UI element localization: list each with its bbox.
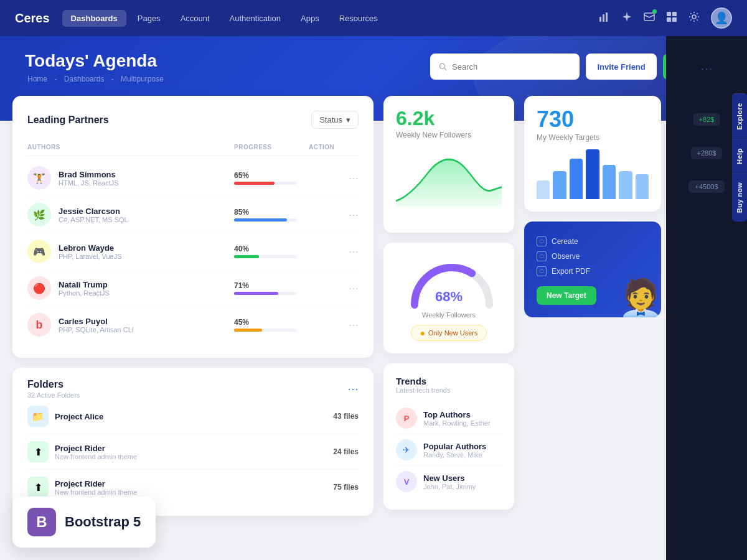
progress-area: 71% bbox=[234, 281, 309, 295]
promo-menu-item-export[interactable]: □ Export PDF bbox=[537, 264, 649, 279]
action-dots[interactable]: ⋯ bbox=[309, 172, 359, 184]
leading-partners-title: Leading Partners bbox=[27, 114, 109, 126]
side-tab-explore[interactable]: Explore bbox=[732, 93, 747, 139]
trend-name: Popular Authors bbox=[423, 442, 486, 451]
folder-row-left: ⬆ Project Rider New frontend admin theme bbox=[27, 477, 137, 498]
nav-item-resources[interactable]: Resources bbox=[331, 10, 387, 27]
nav-item-authentication[interactable]: Authentication bbox=[221, 10, 289, 27]
user-avatar[interactable]: 👤 bbox=[711, 7, 732, 29]
folder-details: Project Alice bbox=[55, 412, 103, 421]
folder-row: ⬆ Project Rider New frontend admin theme… bbox=[27, 434, 359, 470]
bar-chart-icon[interactable] bbox=[599, 11, 610, 25]
partner-info: b Carles Puyol PHP, SQLite, Artisan CLI bbox=[27, 313, 234, 337]
svg-rect-8 bbox=[672, 17, 677, 22]
target-label: My Weekly Targets bbox=[537, 133, 649, 142]
side-tab-buy-now[interactable]: Buy now bbox=[732, 173, 747, 222]
folder-name: Project Rider bbox=[55, 444, 137, 453]
progress-bar-fill bbox=[234, 255, 259, 258]
main-content: Leading Partners Status ▾ AUTHORS PROGRE… bbox=[0, 96, 747, 558]
partner-row: 🎮 Lebron Wayde PHP, Laravel, VueJS 40% ⋯ bbox=[27, 233, 359, 270]
grid-icon[interactable] bbox=[666, 11, 677, 25]
nav-item-pages[interactable]: Pages bbox=[129, 10, 169, 27]
breadcrumb-home[interactable]: Home bbox=[27, 75, 47, 83]
nav-item-apps[interactable]: Apps bbox=[292, 10, 328, 27]
bar-item bbox=[603, 165, 616, 199]
bar-item bbox=[537, 180, 550, 199]
settings-icon[interactable] bbox=[688, 11, 700, 25]
svg-rect-5 bbox=[667, 12, 671, 16]
promo-create-label: Cereate bbox=[552, 237, 578, 246]
trend-item: ✈ Popular Authors Randy, Steve, Mike bbox=[396, 434, 502, 466]
partner-row: 🏋 Brad Simmons HTML, JS, ReactJS 65% ⋯ bbox=[27, 160, 359, 197]
progress-bar-fill bbox=[234, 182, 275, 185]
promo-menu-item-create[interactable]: □ Cereate bbox=[537, 234, 649, 249]
card-header: Leading Partners Status ▾ bbox=[27, 111, 359, 129]
side-tab-help[interactable]: Help bbox=[732, 139, 747, 173]
nav-item-dashboards[interactable]: Dashboards bbox=[62, 10, 126, 27]
partner-details: Brad Simmons HTML, JS, ReactJS bbox=[59, 170, 119, 187]
partner-name: Natali Trump bbox=[59, 280, 110, 289]
action-dots[interactable]: ⋯ bbox=[309, 209, 359, 221]
bootstrap-overlay: B Bootstrap 5 bbox=[12, 497, 156, 548]
trend-sub: Mark, Rowling, Esther bbox=[423, 419, 491, 427]
promo-export-label: Export PDF bbox=[552, 267, 590, 276]
svg-point-9 bbox=[692, 15, 696, 19]
avatar: b bbox=[27, 313, 51, 337]
weekly-targets-card: 730 My Weekly Targets bbox=[524, 96, 661, 212]
folder-row-left: ⬆ Project Rider New frontend admin theme bbox=[27, 441, 137, 462]
bootstrap-icon: B bbox=[27, 508, 56, 536]
trends-card: Trends Latest tech trends P Top Authors … bbox=[383, 363, 514, 510]
col-authors: AUTHORS bbox=[27, 144, 234, 151]
action-dots[interactable]: ⋯ bbox=[309, 282, 359, 294]
partner-details: Lebron Wayde PHP, Laravel, VueJS bbox=[59, 243, 122, 260]
action-dots[interactable]: ⋯ bbox=[309, 319, 359, 331]
folder-desc: New frontend admin theme bbox=[55, 453, 137, 460]
new-target-button[interactable]: New Target bbox=[537, 286, 596, 305]
search-box bbox=[430, 54, 580, 80]
sparkle-icon[interactable] bbox=[621, 11, 632, 25]
trend-name: Top Authors bbox=[423, 410, 491, 419]
status-dropdown[interactable]: Status ▾ bbox=[311, 111, 359, 129]
svg-rect-3 bbox=[609, 16, 610, 22]
partner-details: Natali Trump Python, ReactJS bbox=[59, 280, 110, 297]
partner-name: Carles Puyol bbox=[59, 317, 134, 326]
partner-details: Carles Puyol PHP, SQLite, Artisan CLI bbox=[59, 317, 134, 334]
trend-item: P Top Authors Mark, Rowling, Esther bbox=[396, 403, 502, 434]
trend-sub: John, Pat, Jimmy bbox=[423, 483, 476, 490]
action-dots[interactable]: ⋯ bbox=[309, 246, 359, 258]
partner-row: 🔴 Natali Trump Python, ReactJS 71% ⋯ bbox=[27, 270, 359, 307]
trend-name: New Users bbox=[423, 474, 476, 483]
partner-details: Jessie Clarcson C#, ASP.NET, MS SQL bbox=[59, 207, 128, 223]
message-icon[interactable] bbox=[644, 11, 655, 25]
partner-skills: HTML, JS, ReactJS bbox=[59, 179, 119, 187]
badge-text: Only New Users bbox=[428, 329, 477, 337]
status-label: Status bbox=[319, 115, 342, 124]
breadcrumb-multipurpose: Multipurpose bbox=[121, 75, 164, 83]
target-number: 730 bbox=[537, 108, 649, 131]
promo-menu-item-observe[interactable]: □ Observe bbox=[537, 249, 649, 264]
bar-item bbox=[586, 149, 599, 199]
progress-bar-bg bbox=[234, 329, 296, 332]
progress-bar-bg bbox=[234, 292, 296, 295]
avatar: 🎮 bbox=[27, 240, 51, 263]
invite-friend-button[interactable]: Invite Friend bbox=[586, 54, 656, 80]
partner-name: Jessie Clarcson bbox=[59, 207, 128, 216]
search-input[interactable] bbox=[452, 62, 571, 72]
avatar: 🌿 bbox=[27, 203, 51, 226]
partner-skills: C#, ASP.NET, MS SQL bbox=[59, 216, 128, 223]
left-column: Leading Partners Status ▾ AUTHORS PROGRE… bbox=[12, 96, 374, 558]
folders-menu-icon[interactable]: ⋯ bbox=[347, 382, 359, 396]
folder-files: 24 files bbox=[333, 447, 359, 456]
progress-bar-bg bbox=[234, 218, 296, 222]
gauge-percentage: 68% bbox=[435, 289, 463, 305]
checkbox-icon: □ bbox=[537, 251, 547, 261]
progress-area: 40% bbox=[234, 245, 309, 258]
nav-item-account[interactable]: Account bbox=[172, 10, 218, 27]
svg-rect-6 bbox=[672, 12, 677, 16]
trend-details: Top Authors Mark, Rowling, Esther bbox=[423, 410, 491, 427]
partner-row: 🌿 Jessie Clarcson C#, ASP.NET, MS SQL 85… bbox=[27, 197, 359, 233]
bar-chart bbox=[537, 149, 649, 199]
table-header: AUTHORS PROGRESS ACTION bbox=[27, 139, 359, 156]
trend-icon: V bbox=[396, 471, 417, 492]
breadcrumb-dashboards[interactable]: Dashboards bbox=[64, 75, 105, 83]
